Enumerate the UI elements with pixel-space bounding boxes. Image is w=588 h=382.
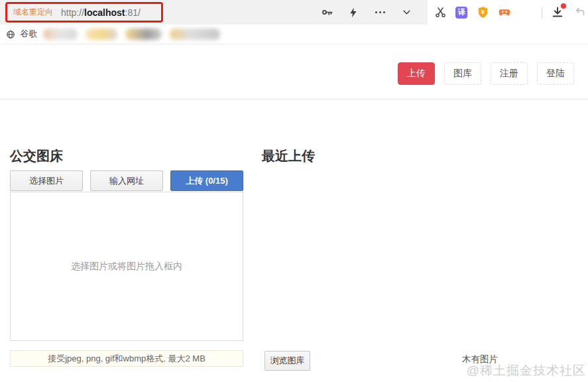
url-domain: localhost <box>84 7 125 18</box>
key-icon[interactable] <box>320 6 333 19</box>
main-content: 公交图床 最近上传 选择图片 输入网址 上传 (0/15) 选择图片或将图片拖入… <box>0 99 588 382</box>
svg-text:¥: ¥ <box>481 9 485 15</box>
bookmark-google[interactable]: 谷歌 <box>4 28 37 41</box>
site-nav: 上传 图库 注册 登陆 <box>398 62 574 85</box>
formats-note: 接受jpeg, png, gif和wbmp格式, 最大2 MB <box>10 350 243 367</box>
address-bar[interactable]: 域名重定向 http://localhost:81/ <box>0 0 428 25</box>
nav-gallery-button[interactable]: 图库 <box>444 62 481 85</box>
uploader-buttons: 选择图片 输入网址 上传 (0/15) <box>10 170 243 191</box>
blurred-bookmark[interactable] <box>170 29 220 40</box>
toolbar-divider <box>542 7 542 18</box>
blurred-bookmark[interactable] <box>43 29 78 40</box>
scissors-icon[interactable] <box>434 6 447 19</box>
shield-icon[interactable]: ¥ <box>476 6 489 19</box>
site-header: 上传 图库 注册 登陆 <box>0 45 588 99</box>
browse-gallery-button[interactable]: 浏览图库 <box>265 351 310 371</box>
recent-uploads-title: 最近上传 <box>262 147 315 165</box>
watermark: @稀土掘金技术社区 <box>467 362 586 379</box>
globe-icon <box>4 28 17 41</box>
apps-grid-icon[interactable] <box>520 6 533 19</box>
bookmark-google-label: 谷歌 <box>21 29 37 40</box>
upload-count-button[interactable]: 上传 (0/15) <box>170 170 243 191</box>
undo-icon[interactable] <box>573 6 586 19</box>
url-text[interactable]: http://localhost:81/ <box>61 7 141 18</box>
extensions-area: 译 ¥ <box>428 0 588 25</box>
image-dropzone[interactable]: 选择图片或将图片拖入框内 <box>10 192 243 341</box>
redirect-label: 域名重定向 <box>13 7 53 18</box>
download-badge <box>561 3 566 9</box>
translate-icon[interactable]: 译 <box>455 7 467 19</box>
url-suffix: :81/ <box>125 7 141 18</box>
download-icon[interactable] <box>551 6 564 19</box>
choose-image-button[interactable]: 选择图片 <box>10 170 83 191</box>
more-options-icon[interactable] <box>373 6 386 19</box>
blurred-bookmarks <box>43 29 220 40</box>
bookmarks-bar: 谷歌 <box>0 25 588 44</box>
browser-toolbar: 域名重定向 http://localhost:81/ 译 <box>0 0 588 25</box>
dropzone-hint: 选择图片或将图片拖入框内 <box>71 261 182 273</box>
formats-note-text: 接受jpeg, png, gif和wbmp格式, 最大2 MB <box>48 353 206 365</box>
nav-login-button[interactable]: 登陆 <box>537 62 574 85</box>
gamepad-icon[interactable] <box>498 6 511 19</box>
url-prefix: http:// <box>61 7 84 18</box>
blurred-bookmark[interactable] <box>86 29 117 40</box>
uploader-title: 公交图床 <box>10 147 63 165</box>
browser-window: 域名重定向 http://localhost:81/ 译 <box>0 0 588 382</box>
nav-upload-button[interactable]: 上传 <box>398 62 435 85</box>
lightning-icon[interactable] <box>347 6 360 19</box>
blurred-bookmark[interactable] <box>125 29 162 40</box>
nav-register-button[interactable]: 注册 <box>491 62 528 85</box>
enter-url-button[interactable]: 输入网址 <box>90 170 163 191</box>
chevron-down-icon[interactable] <box>400 6 413 19</box>
